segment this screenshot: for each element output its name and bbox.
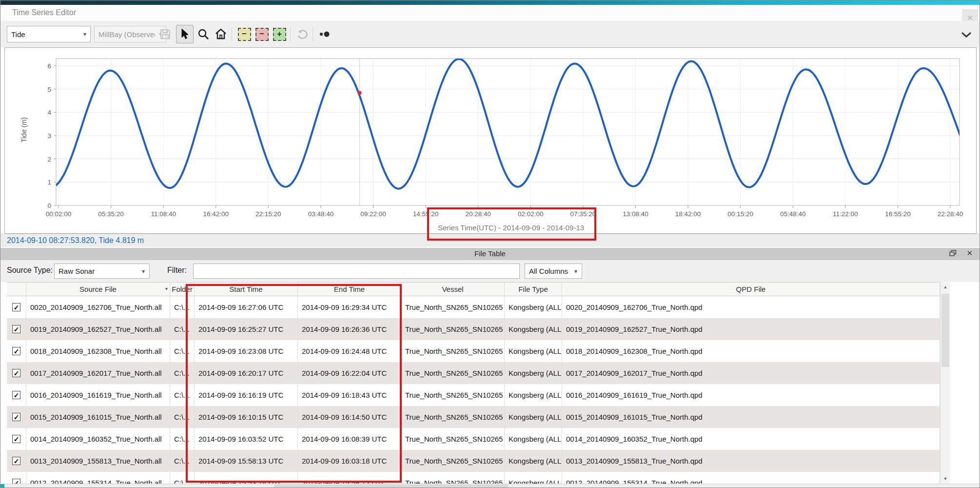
cell-start-time: 2014-09-09 16:27:06 UTC bbox=[195, 296, 298, 318]
row-checkbox[interactable]: ✓ bbox=[12, 457, 20, 465]
chevron-down-icon: ▾ bbox=[79, 31, 90, 38]
table-row[interactable]: ✓0012_20140909_155314_True_North.allC:\.… bbox=[7, 472, 940, 484]
svg-text:6: 6 bbox=[47, 62, 51, 70]
cell-end-time: 2014-09-09 16:26:36 UTC bbox=[298, 318, 401, 340]
reject-selection-button[interactable]: − bbox=[235, 25, 253, 43]
header-vessel[interactable]: Vessel bbox=[401, 283, 505, 296]
select-tool-button[interactable] bbox=[176, 25, 194, 43]
row-checkbox[interactable]: ✓ bbox=[12, 479, 20, 484]
row-checkbox[interactable]: ✓ bbox=[12, 391, 20, 399]
header-start-time[interactable]: Start Time bbox=[195, 283, 298, 296]
tide-chart-panel[interactable]: Tide (m) 012345600:02:0005:35:2011:08:40… bbox=[4, 47, 977, 234]
cell-start-time: 2014-09-09 16:16:19 UTC bbox=[195, 384, 298, 406]
scroll-down-icon[interactable]: ▼ bbox=[941, 474, 950, 484]
header-source-file[interactable]: Source File ▾ bbox=[26, 283, 170, 296]
table-row[interactable]: ✓0019_20140909_162527_True_North.allC:\.… bbox=[7, 318, 940, 340]
svg-text:5: 5 bbox=[47, 86, 51, 93]
tide-chart[interactable]: 012345600:02:0005:35:2011:08:4016:42:002… bbox=[5, 48, 976, 233]
series-source-combo[interactable]: MillBay (Observed ▾ bbox=[94, 26, 166, 42]
home-view-button[interactable] bbox=[212, 25, 230, 43]
window-accent-strip bbox=[0, 0, 980, 5]
cell-qpd-file: 0018_20140909_162308_True_North.qpd bbox=[562, 340, 940, 362]
row-checkbox[interactable]: ✓ bbox=[12, 325, 20, 333]
table-row[interactable]: ✓0020_20140909_162706_True_North.allC:\.… bbox=[7, 296, 940, 318]
table-row[interactable]: ✓0015_20140909_161015_True_North.allC:\.… bbox=[7, 406, 940, 428]
title-bar: Time Series Editor ✕ bbox=[0, 5, 980, 21]
header-checkbox-column[interactable] bbox=[7, 283, 26, 296]
svg-text:4: 4 bbox=[47, 109, 51, 116]
scrollbar-thumb[interactable] bbox=[274, 485, 508, 488]
svg-text:09:22:00: 09:22:00 bbox=[360, 210, 386, 218]
filter-row: Source Type: Raw Sonar ▾ Filter: All Col… bbox=[0, 260, 980, 282]
table-row[interactable]: ✓0018_20140909_162308_True_North.allC:\.… bbox=[7, 340, 940, 362]
status-bar: 2014-09-10 08:27:53.820, Tide 4.819 m bbox=[0, 234, 980, 247]
cursor-select-icon bbox=[180, 28, 190, 40]
svg-text:11:22:00: 11:22:00 bbox=[833, 210, 858, 218]
header-qpd-file[interactable]: QPD File bbox=[562, 283, 940, 296]
y-axis-label: Tide (m) bbox=[20, 113, 28, 147]
cell-qpd-file: 0015_20140909_161015_True_North.qpd bbox=[562, 406, 940, 428]
source-type-value: Raw Sonar bbox=[55, 267, 137, 275]
zoom-tool-button[interactable] bbox=[195, 25, 212, 43]
undo-button[interactable] bbox=[294, 25, 312, 43]
cell-source-file: 0012_20140909_155314_True_North.all bbox=[26, 472, 170, 484]
cell-checkbox: ✓ bbox=[7, 406, 26, 428]
cell-qpd-file: 0013_20140909_155813_True_North.qpd bbox=[562, 450, 940, 472]
points-display-button[interactable] bbox=[316, 25, 334, 43]
close-panel-button[interactable]: ✕ bbox=[966, 249, 973, 258]
cursor-position-readout: 2014-09-10 08:27:53.820, Tide 4.819 m bbox=[7, 236, 144, 245]
collapse-panel-button[interactable] bbox=[960, 30, 973, 40]
delete-selection-button[interactable]: − bbox=[253, 25, 271, 43]
row-checkbox[interactable]: ✓ bbox=[12, 347, 20, 355]
table-row[interactable]: ✓0013_20140909_155813_True_North.allC:\.… bbox=[7, 450, 940, 472]
chevron-down-icon: ▾ bbox=[570, 268, 582, 275]
cell-vessel: True_North_SN265_SN10265 bbox=[401, 384, 505, 406]
column-filter-combo[interactable]: All Columns ▾ bbox=[525, 264, 582, 279]
vertical-scrollbar[interactable]: ▲ ▼ bbox=[940, 282, 950, 484]
scroll-up-icon[interactable]: ▲ bbox=[941, 282, 950, 292]
cell-start-time: 2014-09-09 16:25:27 UTC bbox=[195, 318, 298, 340]
series-type-value: Tide bbox=[7, 30, 79, 39]
file-table-header: Source File ▾ Folder Start Time End Time… bbox=[7, 282, 940, 296]
cell-file-type: Kongsberg (ALL) bbox=[505, 362, 562, 384]
table-row[interactable]: ✓0014_20140909_160352_True_North.allC:\.… bbox=[7, 428, 940, 450]
cell-start-time: 2014-09-09 15:53:14 UTC bbox=[195, 472, 298, 484]
header-end-time[interactable]: End Time bbox=[298, 283, 401, 296]
source-type-combo[interactable]: Raw Sonar ▾ bbox=[54, 264, 150, 279]
toolbar-separator bbox=[290, 27, 291, 41]
cell-folder: C:\... bbox=[170, 296, 195, 318]
header-file-type[interactable]: File Type bbox=[505, 283, 562, 296]
cell-vessel: True_North_SN265_SN10265 bbox=[401, 428, 505, 450]
row-checkbox[interactable]: ✓ bbox=[12, 413, 20, 421]
cell-checkbox: ✓ bbox=[7, 428, 26, 450]
svg-text:05:48:40: 05:48:40 bbox=[780, 210, 806, 218]
table-row[interactable]: ✓0017_20140909_162017_True_North.allC:\.… bbox=[7, 362, 940, 384]
row-checkbox[interactable]: ✓ bbox=[12, 303, 20, 311]
filter-input[interactable] bbox=[193, 264, 520, 279]
cell-end-time: 2014-09-09 15:58:12 UTC bbox=[298, 472, 401, 484]
toolbar: Tide ▾ MillBay (Observed ▾ bbox=[0, 21, 980, 47]
file-table: Source File ▾ Folder Start Time End Time… bbox=[7, 282, 940, 484]
header-folder[interactable]: Folder bbox=[170, 283, 195, 296]
zoom-icon bbox=[197, 28, 209, 40]
cell-source-file: 0017_20140909_162017_True_North.all bbox=[26, 362, 170, 384]
accept-selection-button[interactable]: + bbox=[271, 25, 288, 43]
row-checkbox[interactable]: ✓ bbox=[12, 435, 20, 443]
cell-end-time: 2014-09-09 16:03:18 UTC bbox=[298, 450, 401, 472]
cell-file-type: Kongsberg (ALL) bbox=[505, 340, 562, 362]
toolbar-separator bbox=[313, 27, 313, 41]
svg-text:07:35:20: 07:35:20 bbox=[570, 210, 596, 218]
source-type-label: Source Type: bbox=[7, 266, 53, 275]
cell-folder: C:\... bbox=[170, 340, 195, 362]
cell-source-file: 0018_20140909_162308_True_North.all bbox=[26, 340, 170, 362]
cell-file-type: Kongsberg (ALL) bbox=[505, 384, 562, 406]
series-type-combo[interactable]: Tide ▾ bbox=[7, 26, 91, 42]
horizontal-scrollbar[interactable] bbox=[1, 484, 980, 488]
scrollbar-thumb[interactable] bbox=[941, 294, 949, 367]
save-button[interactable] bbox=[157, 25, 174, 43]
float-panel-button[interactable] bbox=[949, 250, 958, 258]
toolbar-separator bbox=[232, 27, 232, 41]
row-checkbox[interactable]: ✓ bbox=[12, 369, 20, 377]
svg-text:22:15:20: 22:15:20 bbox=[255, 210, 281, 218]
table-row[interactable]: ✓0016_20140909_161619_True_North.allC:\.… bbox=[7, 384, 940, 406]
